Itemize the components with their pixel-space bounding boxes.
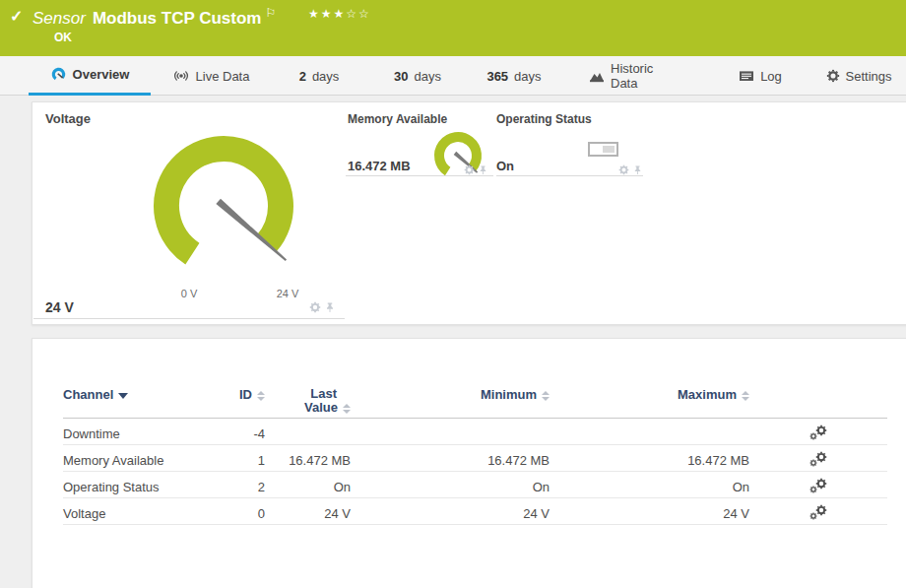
operating-status-channel-title: Operating Status bbox=[496, 112, 592, 126]
cell-minimum: On bbox=[351, 471, 550, 497]
cell-channel: Voltage bbox=[63, 497, 226, 524]
tab-live-data[interactable]: Live Data bbox=[165, 56, 256, 96]
sort-both-icon bbox=[742, 391, 749, 401]
gear-icon bbox=[826, 69, 840, 83]
column-header-actions bbox=[749, 339, 887, 418]
channel-table-header-row: Channel ID Last Value Minimum Maximum bbox=[63, 339, 887, 418]
voltage-gauge-needle bbox=[216, 199, 287, 261]
tab-365-days[interactable]: 365 days bbox=[483, 56, 546, 96]
cell-minimum bbox=[351, 418, 550, 444]
memory-pin-icon[interactable] bbox=[478, 164, 488, 175]
gauge-icon bbox=[50, 66, 67, 83]
column-header-channel[interactable]: Channel bbox=[63, 339, 226, 418]
cell-channel: Operating Status bbox=[63, 471, 226, 497]
memory-channel-title: Memory Available bbox=[348, 112, 447, 126]
cell-minimum: 16.472 MB bbox=[351, 444, 550, 471]
cell-last-value: On bbox=[265, 471, 351, 497]
table-row-memory-available: Memory Available 1 16.472 MB 16.472 MB 1… bbox=[63, 444, 887, 471]
tab-log[interactable]: Log bbox=[735, 56, 786, 96]
column-header-channel-label: Channel bbox=[63, 387, 113, 402]
cell-maximum: On bbox=[550, 471, 749, 497]
cell-last-value: 16.472 MB bbox=[265, 444, 351, 471]
operating-status-cell-divider bbox=[496, 175, 643, 176]
cell-id: 0 bbox=[226, 497, 265, 524]
column-header-maximum-label: Maximum bbox=[678, 387, 737, 402]
column-header-last-label: Last bbox=[265, 387, 351, 401]
cell-maximum: 16.472 MB bbox=[550, 444, 749, 471]
tab-2-days-label: days bbox=[312, 69, 339, 84]
priority-stars[interactable]: ★★★☆☆ bbox=[308, 7, 371, 21]
memory-last-value: 16.472 MB bbox=[348, 159, 411, 173]
column-header-id[interactable]: ID bbox=[226, 339, 265, 418]
voltage-gauge-arc bbox=[166, 149, 281, 254]
operating-status-edit-gear-icon[interactable] bbox=[618, 164, 629, 175]
column-header-minimum[interactable]: Minimum bbox=[351, 339, 550, 418]
voltage-scale-max: 24 V bbox=[268, 288, 307, 299]
table-row-voltage: Voltage 0 24 V 24 V 24 V bbox=[63, 497, 887, 524]
operating-status-last-value: On bbox=[496, 159, 514, 173]
cell-maximum bbox=[550, 418, 749, 444]
voltage-channel-title: Voltage bbox=[45, 111, 91, 126]
cell-id: 1 bbox=[226, 444, 265, 471]
gauges-graphics bbox=[32, 102, 906, 324]
sensor-page: ✓ SensorModbus TCP Custom⚐ ★★★☆☆ OK Over… bbox=[0, 0, 906, 588]
tab-overview[interactable]: Overview bbox=[29, 56, 151, 96]
switch-knob bbox=[603, 146, 615, 153]
tab-365-days-label: days bbox=[514, 69, 541, 84]
tab-settings[interactable]: Settings bbox=[827, 56, 890, 96]
voltage-pin-icon[interactable] bbox=[324, 301, 336, 313]
sensor-name: Modbus TCP Custom bbox=[93, 9, 262, 28]
channel-settings-gears-icon[interactable] bbox=[809, 478, 827, 493]
sensor-status-text: OK bbox=[54, 31, 72, 44]
tab-2-days[interactable]: 2 days bbox=[293, 56, 345, 96]
cell-last-value bbox=[265, 418, 351, 444]
channel-table-panel: Channel ID Last Value Minimum Maximum bbox=[32, 338, 906, 588]
stars-empty[interactable]: ☆☆ bbox=[346, 7, 371, 21]
area-chart-icon bbox=[589, 69, 605, 83]
log-list-icon bbox=[739, 69, 754, 83]
channel-settings-gears-icon[interactable] bbox=[809, 451, 827, 467]
priority-flag-icon[interactable]: ⚐ bbox=[265, 6, 276, 20]
stars-filled[interactable]: ★★★ bbox=[308, 7, 346, 21]
channel-settings-gears-icon[interactable] bbox=[809, 504, 827, 520]
cell-last-value: 24 V bbox=[265, 497, 351, 524]
cell-maximum: 24 V bbox=[550, 497, 749, 524]
tab-historic-data[interactable]: Historic Data bbox=[589, 56, 683, 96]
tab-live-data-label: Live Data bbox=[196, 69, 250, 84]
tab-historic-data-label: Historic Data bbox=[611, 61, 683, 91]
table-row-operating-status: Operating Status 2 On On On bbox=[63, 471, 887, 497]
voltage-last-value: 24 V bbox=[45, 299, 74, 315]
status-ok-check-icon: ✓ bbox=[10, 7, 23, 26]
cell-channel: Memory Available bbox=[63, 444, 226, 471]
object-kind-label: Sensor bbox=[32, 9, 86, 28]
sort-desc-icon bbox=[118, 393, 128, 399]
sensor-title-line: SensorModbus TCP Custom⚐ bbox=[32, 6, 276, 29]
tab-30-days[interactable]: 30 days bbox=[390, 56, 445, 96]
cell-channel: Downtime bbox=[63, 418, 226, 444]
memory-edit-gear-icon[interactable] bbox=[464, 164, 475, 175]
tab-30-days-label: days bbox=[415, 69, 441, 84]
column-header-maximum[interactable]: Maximum bbox=[550, 339, 749, 418]
voltage-cell-divider bbox=[33, 318, 345, 319]
sensor-status-header: ✓ SensorModbus TCP Custom⚐ ★★★☆☆ OK bbox=[0, 0, 906, 56]
cell-id: 2 bbox=[226, 471, 265, 497]
cell-minimum: 24 V bbox=[351, 497, 550, 524]
column-header-minimum-label: Minimum bbox=[481, 387, 537, 402]
tab-settings-label: Settings bbox=[846, 69, 892, 84]
column-header-value-label: Value bbox=[304, 400, 338, 415]
channel-settings-gears-icon[interactable] bbox=[809, 425, 827, 440]
sort-both-icon bbox=[257, 391, 265, 401]
voltage-scale-min: 0 V bbox=[169, 288, 209, 299]
column-header-id-label: ID bbox=[239, 387, 252, 402]
voltage-edit-gear-icon[interactable] bbox=[309, 301, 321, 313]
gauges-panel: Voltage 0 V 24 V 24 V Memory Available 1… bbox=[32, 101, 906, 325]
tab-bar: Overview Live Data 2 days 30 days 365 da… bbox=[0, 56, 906, 96]
operating-status-pin-icon[interactable] bbox=[632, 164, 643, 175]
table-row-downtime: Downtime -4 bbox=[63, 418, 887, 444]
cell-id: -4 bbox=[226, 418, 265, 444]
sort-both-icon bbox=[343, 404, 351, 414]
column-header-last-value[interactable]: Last Value bbox=[265, 339, 351, 418]
operating-status-switch bbox=[588, 142, 618, 157]
broadcast-icon bbox=[172, 69, 190, 83]
tab-overview-label: Overview bbox=[73, 67, 130, 82]
